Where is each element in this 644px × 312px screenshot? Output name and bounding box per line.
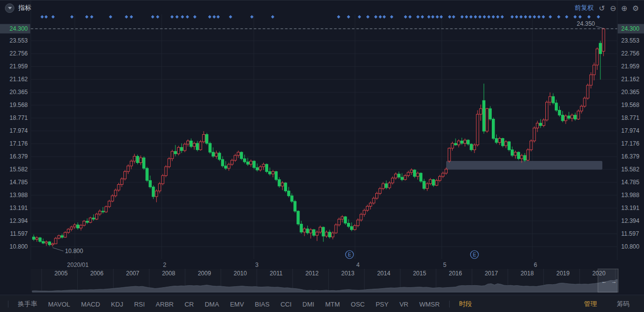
event-dot-icon[interactable] [524,15,527,19]
event-dot-icon[interactable] [347,15,351,19]
indicator-tab-cci[interactable]: CCI [281,301,292,308]
event-dot-icon[interactable] [250,15,254,19]
event-dot-icon[interactable] [474,15,477,19]
event-dot-icon[interactable] [421,15,424,19]
navigator-right-handle[interactable]: → [611,278,617,284]
event-dot-icon[interactable] [125,15,128,19]
indicator-tab-mavol[interactable]: MAVOL [48,301,70,308]
event-dot-icon[interactable] [186,15,189,19]
event-dot-icon[interactable] [416,15,420,19]
event-marker-icon[interactable]: E [470,251,478,259]
event-dot-icon[interactable] [151,15,155,19]
event-marker-icon[interactable]: E [346,251,353,259]
highlight-band[interactable] [446,161,602,170]
event-dot-icon[interactable] [427,15,431,19]
event-dot-icon[interactable] [597,15,600,19]
event-dot-icon[interactable] [156,15,160,19]
event-dot-icon[interactable] [528,15,532,19]
event-dot-icon[interactable] [404,15,408,19]
event-dot-icon[interactable] [483,15,486,19]
event-dot-icon[interactable] [574,15,577,19]
undo-icon[interactable]: ↺ [599,4,605,12]
navigator[interactable]: 2005200620072008200920102011201220132014… [31,269,619,292]
event-dot-icon[interactable] [213,15,216,19]
zoom-in-icon[interactable]: ⊕ [621,4,628,12]
indicator-tab-dmi[interactable]: DMI [302,301,314,308]
event-dot-icon[interactable] [461,15,464,19]
event-dot-icon[interactable] [492,15,495,19]
candlestick-chart[interactable]: 24.350 10.800 E E24.30023.55322.75621.95… [0,0,644,295]
indicator-tab-vr[interactable]: VR [400,301,409,308]
event-dot-icon[interactable] [45,15,48,19]
event-dot-icon[interactable] [579,15,582,19]
event-dot-icon[interactable] [409,15,412,19]
event-dot-icon[interactable] [436,15,439,19]
event-dot-icon[interactable] [542,15,545,19]
price-adjust-mode-button[interactable]: 前复权 [575,3,594,12]
event-dot-icon[interactable] [379,15,382,19]
event-dot-icon[interactable] [533,15,536,19]
event-dot-icon[interactable] [52,15,55,19]
event-dot-icon[interactable] [358,15,361,19]
chip-distribution-button[interactable]: 筹码 [617,300,630,309]
event-dot-icon[interactable] [511,15,514,19]
event-dot-icon[interactable] [217,15,220,19]
settings-icon[interactable]: ⚙ [633,4,639,12]
pane-title: 指标 [18,3,31,12]
event-dot-icon[interactable] [487,15,491,19]
indicator-tab-macd[interactable]: MACD [81,301,100,308]
event-dot-icon[interactable] [383,15,386,19]
event-dot-icon[interactable] [469,15,473,19]
navigator-left-handle[interactable]: ← [601,278,607,284]
indicator-tab-emv[interactable]: EMV [230,301,244,308]
event-dot-icon[interactable] [181,15,184,19]
event-dot-icon[interactable] [193,15,197,19]
indicator-tab-rsi[interactable]: RSI [134,301,145,308]
indicator-tab-osc[interactable]: OSC [351,301,365,308]
indicator-tab-bias[interactable]: BIAS [255,301,270,308]
indicator-tab-cr[interactable]: CR [184,301,194,308]
collapse-pane-button[interactable] [5,3,14,13]
svg-text:12.394: 12.394 [9,217,28,224]
event-dot-icon[interactable] [374,15,378,19]
event-dot-icon[interactable] [501,15,504,19]
event-dot-icon[interactable] [176,15,179,19]
zoom-out-icon[interactable]: ⊖ [610,4,616,12]
event-dot-icon[interactable] [557,15,561,19]
event-dot-icon[interactable] [549,15,552,19]
indicator-tab-dma[interactable]: DMA [205,301,219,308]
event-dot-icon[interactable] [465,15,468,19]
indicator-tab-psy[interactable]: PSY [376,301,389,308]
event-dot-icon[interactable] [130,15,133,19]
event-dot-icon[interactable] [90,15,94,19]
event-dot-icon[interactable] [85,15,89,19]
event-dot-icon[interactable] [452,15,456,19]
manage-button[interactable]: 管理 [584,300,597,309]
event-dot-icon[interactable] [70,15,74,19]
event-dot-icon[interactable] [208,15,212,19]
event-dot-icon[interactable] [565,15,569,19]
event-dot-icon[interactable] [109,15,113,19]
event-dot-icon[interactable] [587,15,591,19]
event-dot-icon[interactable] [431,15,435,19]
event-dot-icon[interactable] [515,15,519,19]
event-dot-icon[interactable] [448,15,452,19]
event-dot-icon[interactable] [390,15,394,19]
indicator-tab-换手率[interactable]: 换手率 [18,300,37,309]
event-dot-icon[interactable] [520,15,523,19]
event-dot-icon[interactable] [337,15,341,19]
event-dot-icon[interactable] [271,15,275,19]
event-dot-icon[interactable] [171,15,174,19]
indicator-tab-period[interactable]: 时段 [459,300,472,309]
event-dot-icon[interactable] [440,15,443,19]
indicator-tab-arbr[interactable]: ARBR [156,301,174,308]
indicator-tab-mtm[interactable]: MTM [325,301,340,308]
event-dot-icon[interactable] [41,15,44,19]
event-dot-icon[interactable] [537,15,541,19]
event-dot-icon[interactable] [229,15,233,19]
event-dot-icon[interactable] [496,15,500,19]
event-dot-icon[interactable] [478,15,482,19]
indicator-tab-kdj[interactable]: KDJ [111,301,123,308]
indicator-tab-wmsr[interactable]: WMSR [419,301,440,308]
event-dot-icon[interactable] [366,15,370,19]
